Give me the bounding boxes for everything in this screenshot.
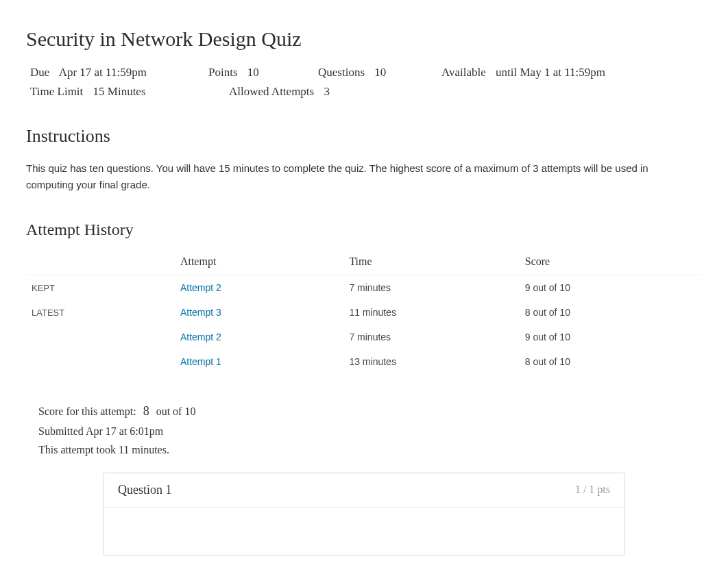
col-header-attempt: Attempt <box>175 250 344 275</box>
page-title: Security in Network Design Quiz <box>26 27 702 51</box>
meta-time-limit-value: 15 Minutes <box>93 85 146 98</box>
attempt-link[interactable]: Attempt 2 <box>180 282 221 293</box>
attempt-score: 8 out of 10 <box>525 307 570 318</box>
meta-points-value: 10 <box>247 66 259 79</box>
instructions-heading: Instructions <box>26 126 702 147</box>
score-summary: Score for this attempt: 8 out of 10 Subm… <box>38 401 702 459</box>
meta-due: Due Apr 17 at 11:59pm <box>30 66 167 79</box>
col-header-status <box>26 250 175 275</box>
meta-allowed-attempts-label: Allowed Attempts <box>229 85 314 98</box>
attempt-time: 13 minutes <box>349 356 396 367</box>
attempt-time: 11 minutes <box>349 307 396 318</box>
quiz-meta-row-1: Due Apr 17 at 11:59pm Points 10 Question… <box>26 64 702 81</box>
meta-due-value: Apr 17 at 11:59pm <box>59 66 147 79</box>
question-header: Question 1 1 / 1 pts <box>104 473 624 508</box>
col-header-time: Time <box>343 250 519 275</box>
instructions-text: This quiz has ten questions. You will ha… <box>26 160 657 193</box>
attempt-score: 9 out of 10 <box>525 331 570 342</box>
score-summary-line-score: Score for this attempt: 8 out of 10 <box>38 401 702 421</box>
attempt-link[interactable]: Attempt 1 <box>180 356 221 367</box>
table-row: Attempt 1 13 minutes 8 out of 10 <box>26 349 702 374</box>
attempt-link[interactable]: Attempt 2 <box>180 331 221 342</box>
score-summary-suffix: out of 10 <box>156 405 196 417</box>
score-summary-label: Score for this attempt: <box>38 405 136 417</box>
meta-available-label: Available <box>441 66 486 79</box>
meta-time-limit: Time Limit 15 Minutes <box>30 85 167 99</box>
quiz-meta-row-2: Time Limit 15 Minutes Allowed Attempts 3 <box>26 84 702 100</box>
question-box: Question 1 1 / 1 pts <box>104 473 624 556</box>
attempt-history-heading: Attempt History <box>26 221 702 239</box>
score-summary-duration: This attempt took 11 minutes. <box>38 441 702 459</box>
meta-available: Available until May 1 at 11:59pm <box>441 66 605 79</box>
meta-questions-label: Questions <box>318 66 365 79</box>
question-points: 1 / 1 pts <box>575 484 610 496</box>
meta-allowed-attempts-value: 3 <box>324 85 330 98</box>
table-row: KEPT Attempt 2 7 minutes 9 out of 10 <box>26 275 702 301</box>
status-tag: LATEST <box>32 308 64 318</box>
meta-questions-value: 10 <box>374 66 386 79</box>
meta-time-limit-label: Time Limit <box>30 85 83 98</box>
table-row: Attempt 2 7 minutes 9 out of 10 <box>26 325 702 349</box>
question-body <box>104 508 624 555</box>
attempt-history-table: Attempt Time Score KEPT Attempt 2 7 minu… <box>26 250 702 374</box>
score-summary-score: 8 <box>143 404 149 418</box>
meta-questions: Questions 10 <box>318 66 400 79</box>
col-header-score: Score <box>520 250 702 275</box>
meta-allowed-attempts: Allowed Attempts 3 <box>229 85 330 99</box>
attempt-score: 9 out of 10 <box>525 282 570 293</box>
meta-due-label: Due <box>30 66 49 79</box>
score-summary-submitted: Submitted Apr 17 at 6:01pm <box>38 423 702 440</box>
attempt-score: 8 out of 10 <box>525 356 570 367</box>
attempt-time: 7 minutes <box>349 331 391 342</box>
meta-available-value: until May 1 at 11:59pm <box>496 66 605 79</box>
meta-points-label: Points <box>208 66 238 79</box>
attempt-time: 7 minutes <box>349 282 391 293</box>
question-title: Question 1 <box>118 483 172 497</box>
meta-points: Points 10 <box>208 66 277 79</box>
status-tag: KEPT <box>32 283 55 293</box>
table-row: LATEST Attempt 3 11 minutes 8 out of 10 <box>26 300 702 325</box>
attempt-link[interactable]: Attempt 3 <box>180 307 221 318</box>
table-header-row: Attempt Time Score <box>26 250 702 275</box>
